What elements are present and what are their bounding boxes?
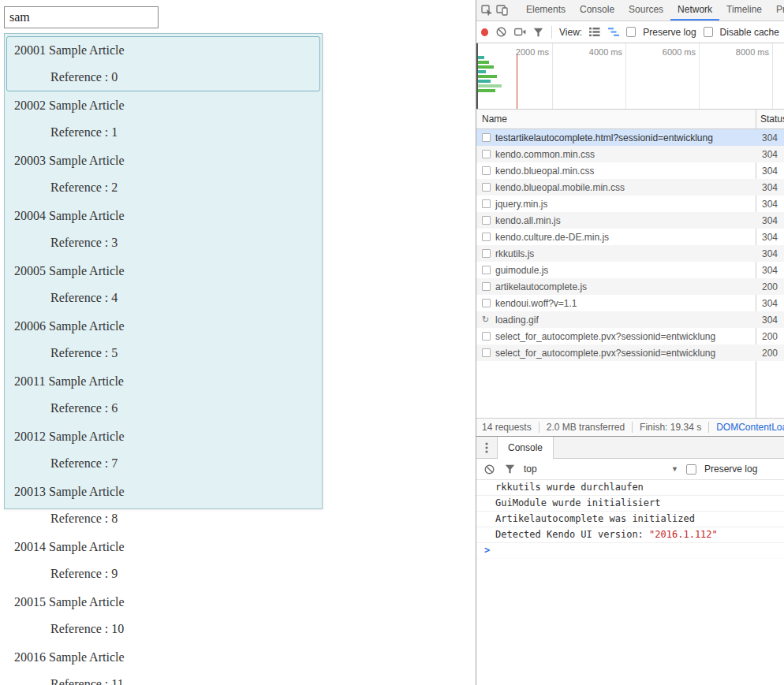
tab-timeline[interactable]: Timeline bbox=[719, 0, 769, 20]
prompt-chevron-icon: > bbox=[484, 545, 490, 556]
column-header-name[interactable]: Name bbox=[482, 114, 507, 125]
network-request-row[interactable]: kendoui.woff?v=1.1304 bbox=[476, 295, 784, 311]
autocomplete-item-reference: Reference : 0 bbox=[50, 69, 312, 84]
console-message-text: GuiModule wurde initialisiert bbox=[495, 497, 661, 508]
network-request-row[interactable]: artikelautocomplete.js200 bbox=[476, 278, 784, 295]
autocomplete-item[interactable]: 20015 Sample ArticleReference : 10 bbox=[6, 588, 320, 643]
autocomplete-item-title: 20014 Sample Article bbox=[14, 539, 312, 554]
autocomplete-item-title: 20016 Sample Article bbox=[14, 650, 312, 665]
request-name: kendoui.woff?v=1.1 bbox=[495, 298, 577, 309]
console-preserve-log-label: Preserve log bbox=[704, 463, 757, 475]
summary-item: Finish: 19.34 s bbox=[632, 422, 708, 433]
screenshot-icon[interactable] bbox=[514, 26, 526, 39]
autocomplete-item-reference: Reference : 8 bbox=[50, 511, 312, 526]
execution-context-select[interactable]: top ▼ bbox=[524, 463, 678, 475]
tab-elements[interactable]: Elements bbox=[519, 0, 573, 20]
device-toolbar-icon[interactable] bbox=[496, 4, 508, 17]
network-request-row[interactable]: select_for_autocomplete.pvx?sessionid=en… bbox=[476, 328, 784, 344]
autocomplete-item[interactable]: 20011 Sample ArticleReference : 6 bbox=[6, 367, 320, 423]
autocomplete-item-title: 20002 Sample Article bbox=[14, 98, 312, 113]
request-status: 304 bbox=[762, 315, 778, 326]
file-icon bbox=[482, 150, 491, 158]
timeline-tick-label: 8000 ms bbox=[725, 47, 769, 57]
request-status: 304 bbox=[762, 298, 778, 309]
console-toolbar: top ▼ Preserve log bbox=[476, 459, 784, 480]
view-waterfall-icon[interactable] bbox=[608, 26, 620, 39]
network-request-row[interactable]: kendo.all.min.js304 bbox=[476, 212, 784, 229]
network-request-row[interactable]: rkkutils.js304 bbox=[476, 245, 784, 262]
request-status: 304 bbox=[762, 182, 778, 193]
autocomplete-item-reference: Reference : 3 bbox=[50, 235, 312, 250]
disable-cache-checkbox[interactable] bbox=[704, 27, 713, 37]
file-icon bbox=[482, 183, 491, 192]
network-request-row[interactable]: kendo.blueopal.mobile.min.css304 bbox=[476, 179, 784, 195]
console-messages: rkkutils wurde durchlaufenGuiModule wurd… bbox=[476, 480, 784, 543]
autocomplete-item-reference: Reference : 7 bbox=[50, 456, 312, 471]
devtools-panel: ElementsConsoleSourcesNetworkTimelinePro… bbox=[476, 0, 784, 685]
autocomplete-item-title: 20001 Sample Article bbox=[14, 43, 312, 58]
autocomplete-item-title: 20011 Sample Article bbox=[14, 374, 312, 389]
network-overview-graph[interactable]: 2000 ms4000 ms6000 ms8000 ms bbox=[476, 43, 784, 110]
tab-console[interactable]: Console bbox=[573, 0, 622, 20]
clear-icon[interactable] bbox=[495, 26, 507, 39]
autocomplete-item[interactable]: 20001 Sample ArticleReference : 0 bbox=[6, 36, 320, 91]
network-request-row[interactable]: testartikelautocomplete.html?sessionid=e… bbox=[476, 129, 784, 146]
network-table-header[interactable]: Name Status bbox=[476, 110, 784, 129]
request-name: kendo.blueopal.min.css bbox=[495, 166, 594, 177]
autocomplete-item-title: 20013 Sample Article bbox=[14, 484, 312, 499]
filter-icon[interactable] bbox=[533, 26, 545, 39]
request-name: kendo.common.min.css bbox=[495, 149, 595, 160]
file-icon bbox=[482, 282, 491, 291]
autocomplete-item[interactable]: 20013 Sample ArticleReference : 8 bbox=[6, 478, 320, 533]
console-message-value: "2016.1.112" bbox=[649, 529, 718, 540]
request-name: kendo.blueopal.mobile.min.css bbox=[495, 182, 625, 193]
inspect-element-icon[interactable] bbox=[481, 4, 493, 17]
network-request-row[interactable]: select_for_autocomplete.pvx?sessionid=en… bbox=[476, 344, 784, 361]
autocomplete-item[interactable]: 20014 Sample ArticleReference : 9 bbox=[6, 533, 320, 588]
view-list-icon[interactable] bbox=[589, 26, 601, 39]
network-request-row[interactable]: jquery.min.js304 bbox=[476, 195, 784, 212]
network-request-row[interactable]: guimodule.js304 bbox=[476, 262, 784, 278]
autocomplete-item-title: 20005 Sample Article bbox=[14, 263, 312, 278]
console-message: Detected Kendo UI version: "2016.1.112" bbox=[476, 527, 784, 543]
console-preserve-log-checkbox[interactable] bbox=[686, 464, 696, 475]
autocomplete-item-reference: Reference : 1 bbox=[50, 125, 312, 140]
file-icon bbox=[482, 133, 491, 142]
autocomplete-item[interactable]: 20016 Sample ArticleReference : 11 bbox=[6, 643, 320, 685]
column-header-status[interactable]: Status bbox=[760, 114, 784, 125]
console-message: GuiModule wurde initialisiert bbox=[476, 496, 784, 512]
network-summary-bar: 14 requests2.0 MB transferredFinish: 19.… bbox=[476, 418, 784, 436]
autocomplete-item[interactable]: 20003 Sample ArticleReference : 2 bbox=[6, 147, 320, 202]
network-request-row[interactable]: kendo.common.min.css304 bbox=[476, 146, 784, 162]
autocomplete-item-reference: Reference : 2 bbox=[50, 180, 312, 195]
console-prompt[interactable]: > bbox=[476, 543, 784, 559]
drawer-menu-icon[interactable] bbox=[476, 437, 497, 458]
autocomplete-item[interactable]: 20012 Sample ArticleReference : 7 bbox=[6, 423, 320, 478]
request-name: loading.gif bbox=[495, 315, 539, 326]
tab-sources[interactable]: Sources bbox=[622, 0, 670, 20]
timeline-gridline bbox=[699, 43, 700, 109]
network-toolbar: View: Preserve log Disable cache bbox=[476, 21, 784, 43]
timeline-tick-label: 2000 ms bbox=[505, 47, 549, 57]
console-clear-icon[interactable] bbox=[483, 463, 495, 475]
autocomplete-input[interactable] bbox=[4, 6, 159, 28]
network-request-row[interactable]: ↻loading.gif304 bbox=[476, 311, 784, 328]
file-icon bbox=[482, 166, 491, 175]
request-name: rkkutils.js bbox=[495, 248, 534, 259]
column-divider[interactable] bbox=[756, 110, 756, 128]
preserve-log-checkbox[interactable] bbox=[626, 27, 636, 37]
tab-profiles[interactable]: Profiles bbox=[769, 0, 784, 20]
autocomplete-item[interactable]: 20002 Sample ArticleReference : 1 bbox=[6, 91, 320, 147]
network-request-row[interactable]: kendo.blueopal.min.css304 bbox=[476, 162, 784, 179]
request-status: 304 bbox=[762, 215, 778, 226]
record-button[interactable] bbox=[481, 28, 488, 36]
timeline-gridline bbox=[772, 43, 773, 109]
network-request-row[interactable]: kendo.culture.de-DE.min.js304 bbox=[476, 229, 784, 245]
autocomplete-item[interactable]: 20006 Sample ArticleReference : 5 bbox=[6, 312, 320, 367]
autocomplete-item[interactable]: 20004 Sample ArticleReference : 3 bbox=[6, 202, 320, 257]
tab-network[interactable]: Network bbox=[670, 0, 719, 20]
console-filter-icon[interactable] bbox=[503, 463, 516, 475]
tab-console[interactable]: Console bbox=[497, 437, 554, 459]
summary-item[interactable]: DOMContentLoaded bbox=[708, 422, 784, 433]
autocomplete-item[interactable]: 20005 Sample ArticleReference : 4 bbox=[6, 257, 320, 312]
